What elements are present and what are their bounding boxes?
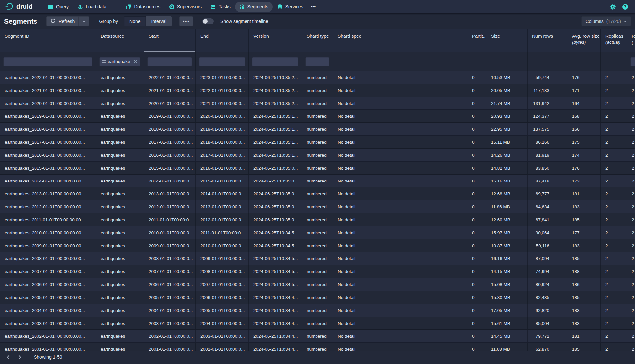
cell-shard-spec: No detail [333,97,467,109]
cell-size: 15.11 MB [486,136,528,148]
column-label: Datasource [101,34,124,39]
column-header-segment-id[interactable]: Segment ID [0,29,96,52]
table-row[interactable]: earthquakes_2006-01-01T00:00:00.00... ea… [0,278,635,291]
load-data-icon [77,4,83,10]
filter-cell [467,52,486,71]
table-row[interactable]: earthquakes_2011-01-01T00:00:00.00... ea… [0,213,635,226]
table-row[interactable]: earthquakes_2015-01-01T00:00:00.00... ea… [0,162,635,175]
table-row[interactable]: earthquakes_2020-01-01T00:00:00.00... ea… [0,97,635,110]
filter-input-shard-type[interactable] [305,57,329,66]
table-row[interactable]: earthquakes_2002-01-01T00:00:00.00... ea… [0,330,635,343]
cell-end: 2023-01-01T00:00:0... [196,71,249,84]
previous-page-button[interactable] [3,353,13,362]
cell-datasource: earthquakes [96,187,144,200]
column-header-replicas[interactable]: Replicas (actual) [601,29,627,52]
filter-input-segment-id[interactable] [3,57,92,66]
column-header-size[interactable]: Size [486,29,528,52]
column-header-shard-spec[interactable]: Shard spec [333,29,467,52]
refresh-dropdown-button[interactable] [79,16,89,26]
cell-size: 12.60 MB [486,213,528,226]
table-row[interactable]: earthquakes_2012-01-01T00:00:00.00... ea… [0,200,635,213]
group-by-interval-button[interactable]: Interval [146,16,172,26]
filter-input-start[interactable] [147,57,192,66]
column-header-version[interactable]: Version [249,29,302,52]
nav-item-tasks[interactable]: Tasks [206,2,235,12]
cell-partition: 0 [467,162,486,174]
cell-start: 2009-01-01T00:00:0... [144,239,196,252]
druid-logo[interactable]: druid [5,2,33,12]
table-row[interactable]: earthquakes_2008-01-01T00:00:00.00... ea… [0,252,635,265]
cell-replicas: 2 [601,123,627,135]
table-row[interactable]: earthquakes_2004-01-01T00:00:00.00... ea… [0,304,635,317]
settings-gear-icon[interactable] [610,4,616,10]
cell-shard-spec: No detail [333,149,467,161]
nav-item-label: Services [285,4,303,9]
segment-timeline-toggle[interactable] [202,18,214,24]
column-header-datasource[interactable]: Datasource [96,29,144,52]
group-by-none-button[interactable]: None [124,16,146,26]
next-page-button[interactable] [15,353,25,362]
column-header-start[interactable]: Start [144,29,196,52]
filter-input-version[interactable] [252,57,298,66]
segment-timeline-label: Show segment timeline [220,19,268,24]
cell-num-rows: 92,820 [528,304,567,317]
cell-shard-type: numbered [302,175,333,187]
filter-input-end[interactable] [199,57,245,66]
cell-start: 2014-01-01T00:00:0... [144,175,196,187]
table-row[interactable]: earthquakes_2005-01-01T00:00:00.00... ea… [0,291,635,304]
table-row[interactable]: earthquakes_2003-01-01T00:00:00.00... ea… [0,317,635,330]
cell-avg-row-size: 181 [567,187,601,200]
table-row[interactable]: earthquakes_2019-01-01T00:00:00.00... ea… [0,110,635,123]
column-header-end[interactable]: End [196,29,249,52]
cell-end: 2005-01-01T00:00:0... [196,304,249,317]
page-title: Segments [4,17,37,25]
table-row[interactable]: earthquakes_2021-01-01T00:00:00.00... ea… [0,84,635,97]
table-row[interactable]: earthquakes_2013-01-01T00:00:00.00... ea… [0,187,635,200]
cell-start: 2016-01-01T00:00:0... [144,149,196,161]
remove-filter-icon[interactable]: ✕ [133,59,138,64]
cell-version: 2024-06-25T10:35:2... [249,71,302,84]
cell-replication-factor: 2 [627,317,635,329]
cell-avg-row-size: 183 [567,304,601,317]
cell-segment-id: earthquakes_2016-01-01T00:00:00.00... [0,149,96,161]
datasources-icon [126,4,131,10]
column-header-num-rows[interactable]: Num rows [528,29,567,52]
cell-partition: 0 [467,187,486,200]
cell-replication-factor: 2 [627,213,635,226]
table-row[interactable]: earthquakes_2022-01-01T00:00:00.00... ea… [0,71,635,84]
table-row[interactable]: earthquakes_2010-01-01T00:00:00.00... ea… [0,226,635,239]
column-header-shard-type[interactable]: Shard type [302,29,333,52]
cell-version: 2024-06-25T10:34:5... [249,265,302,278]
more-options-button[interactable]: ••• [179,16,193,26]
cell-size: 16.16 MB [486,252,528,265]
nav-item-load-data[interactable]: Load data [73,2,110,12]
table-row[interactable]: earthquakes_2009-01-01T00:00:00.00... ea… [0,239,635,252]
nav-item-datasources[interactable]: Datasources [121,2,165,12]
table-row[interactable]: earthquakes_2007-01-01T00:00:00.00... ea… [0,265,635,278]
nav-more-button[interactable]: ••• [307,2,319,12]
table-row[interactable]: earthquakes_2001-01-01T00:00:00.00... ea… [0,343,635,351]
cell-num-rows: 59,116 [528,239,567,252]
filter-input-datasource[interactable]: earthquake ✕ [99,57,140,66]
table-row[interactable]: earthquakes_2014-01-01T00:00:00.00... ea… [0,175,635,187]
nav-item-segments[interactable]: Segments [235,2,273,12]
cell-replicas: 2 [601,265,627,278]
nav-item-query[interactable]: Query [43,2,73,12]
filter-input-replication-factor[interactable] [630,57,635,66]
cell-shard-type: numbered [302,213,333,226]
cell-replication-factor: 2 [627,343,635,351]
table-row[interactable]: earthquakes_2018-01-01T00:00:00.00... ea… [0,123,635,136]
cell-start: 2021-01-01T00:00:0... [144,84,196,97]
refresh-button[interactable]: Refresh [46,16,79,26]
cell-partition: 0 [467,175,486,187]
table-row[interactable]: earthquakes_2017-01-01T00:00:00.00... ea… [0,136,635,149]
help-icon[interactable]: ? [622,4,628,10]
column-header-avg-row-size[interactable]: Avg. row size (bytes) [567,29,601,52]
table-row[interactable]: earthquakes_2016-01-01T00:00:00.00... ea… [0,149,635,162]
nav-item-supervisors[interactable]: Supervisors [165,2,206,12]
filter-cell [0,52,96,71]
columns-button[interactable]: Columns (17/20) [581,16,631,26]
nav-item-services[interactable]: Services [273,2,308,12]
column-header-replication-factor[interactable]: R ( [627,29,635,52]
column-header-partitioning[interactable]: Partit... [467,29,486,52]
